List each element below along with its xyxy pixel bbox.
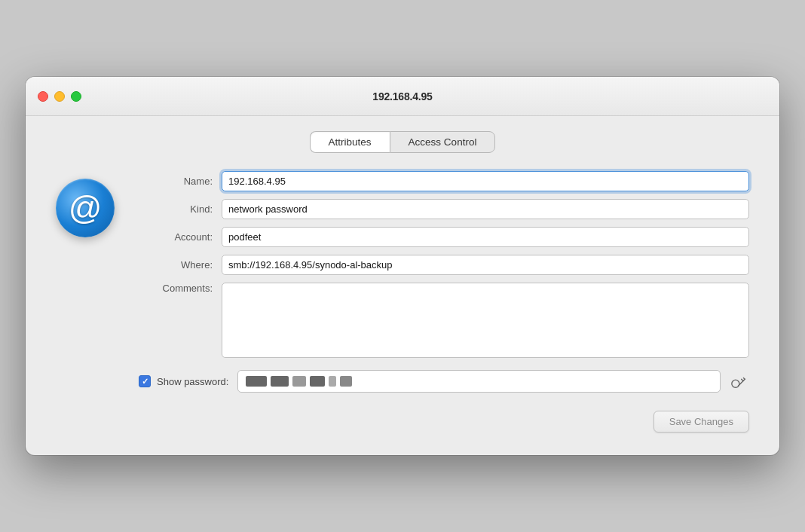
pwd-block-3 — [292, 376, 306, 387]
comments-textarea[interactable] — [222, 283, 749, 358]
save-changes-button[interactable]: Save Changes — [653, 411, 749, 433]
title-bar: 192.168.4.95 — [26, 77, 779, 116]
password-dots-field[interactable] — [237, 370, 721, 393]
comments-label: Comments: — [139, 283, 222, 294]
comments-row: Comments: — [139, 283, 749, 358]
app-window: 192.168.4.95 Attributes Access Control @ — [26, 77, 779, 455]
traffic-lights — [38, 91, 81, 102]
content-area: Attributes Access Control @ Name: — [26, 116, 779, 455]
svg-point-0 — [732, 380, 739, 387]
minimize-button[interactable] — [54, 91, 65, 102]
pwd-block-6 — [340, 376, 352, 387]
maximize-button[interactable] — [71, 91, 81, 102]
account-row: Account: — [139, 227, 749, 247]
main-content: @ Name: Kind: Account: — [56, 171, 749, 433]
password-row: ✓ Show password: — [139, 370, 749, 393]
footer: Save Changes — [139, 408, 749, 433]
kind-input[interactable] — [222, 199, 749, 219]
show-password-label: Show password: — [157, 376, 237, 387]
pwd-block-4 — [310, 376, 325, 387]
where-row: Where: — [139, 255, 749, 275]
key-icon-button[interactable] — [728, 371, 749, 392]
checkbox-check-icon: ✓ — [142, 378, 148, 386]
tab-access-control[interactable]: Access Control — [390, 131, 496, 153]
password-field-container — [237, 370, 749, 393]
name-label: Name: — [139, 176, 222, 187]
key-icon — [730, 373, 747, 390]
account-input[interactable] — [222, 227, 749, 247]
kind-row: Kind: — [139, 199, 749, 219]
tab-attributes[interactable]: Attributes — [310, 131, 390, 153]
form-area: Name: Kind: Account: Where: — [139, 171, 749, 433]
where-label: Where: — [139, 259, 222, 271]
tab-bar: Attributes Access Control — [56, 131, 749, 153]
name-input[interactable] — [222, 171, 749, 191]
icon-area: @ — [56, 171, 116, 237]
show-password-checkbox-area: ✓ Show password: — [139, 375, 237, 387]
window-title: 192.168.4.95 — [372, 90, 432, 102]
account-label: Account: — [139, 231, 222, 243]
pwd-block-2 — [271, 376, 289, 387]
name-row: Name: — [139, 171, 749, 191]
kind-label: Kind: — [139, 203, 222, 215]
show-password-checkbox[interactable]: ✓ — [139, 375, 151, 387]
keychain-icon: @ — [56, 179, 115, 237]
close-button[interactable] — [38, 91, 48, 102]
where-input[interactable] — [222, 255, 749, 275]
pwd-block-5 — [329, 376, 336, 387]
pwd-block-1 — [246, 376, 267, 387]
at-symbol-icon: @ — [69, 191, 103, 225]
